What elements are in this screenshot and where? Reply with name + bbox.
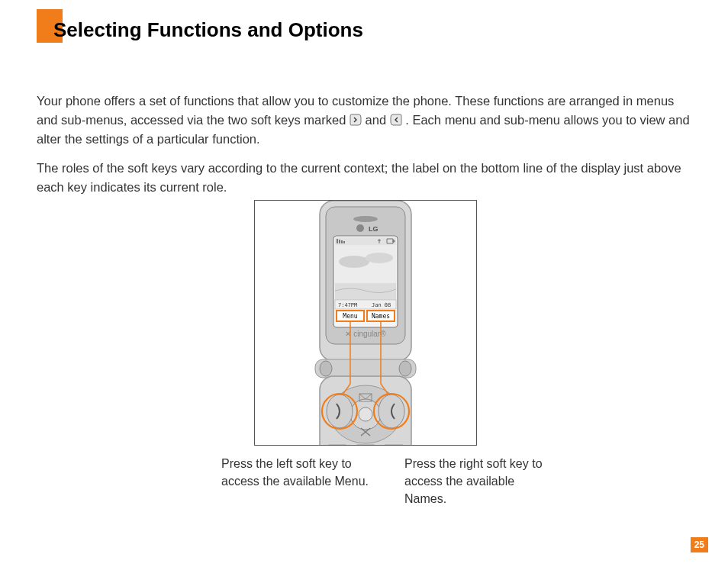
page-number: 25 <box>691 537 708 552</box>
paragraph-2: The roles of the soft keys vary accordin… <box>37 159 691 197</box>
body-text: Your phone offers a set of functions tha… <box>37 92 691 208</box>
left-softkey-icon <box>350 113 362 127</box>
right-softkey-icon <box>390 113 402 127</box>
phone-illustration: LG 7:47PM Jan 08 Menu Names ✕ cingular® <box>289 200 442 446</box>
softkey-right-label: Names <box>372 313 390 320</box>
svg-point-14 <box>320 361 332 376</box>
svg-point-2 <box>353 216 378 222</box>
date-text: Jan 08 <box>372 302 391 308</box>
svg-point-3 <box>356 224 364 232</box>
svg-rect-29 <box>326 445 349 446</box>
svg-point-7 <box>339 256 369 268</box>
page-title: Selecting Functions and Options <box>53 18 363 42</box>
carrier-text: ✕ cingular® <box>345 330 386 338</box>
phone-figure: LG 7:47PM Jan 08 Menu Names ✕ cingular® <box>254 200 477 446</box>
brand-text: LG <box>369 225 378 233</box>
paragraph-1: Your phone offers a set of functions tha… <box>37 92 691 148</box>
right-caption: Press the right soft key to access the a… <box>404 455 557 508</box>
softkey-left-label: Menu <box>343 313 357 320</box>
svg-rect-9 <box>335 283 396 300</box>
svg-rect-31 <box>382 445 405 446</box>
svg-point-19 <box>359 407 372 421</box>
svg-rect-30 <box>354 445 377 446</box>
p1-part-b: and <box>366 113 390 127</box>
left-caption: Press the left soft key to access the av… <box>221 455 374 490</box>
svg-point-15 <box>399 361 411 376</box>
time-text: 7:47PM <box>338 302 357 308</box>
svg-point-8 <box>366 253 393 263</box>
